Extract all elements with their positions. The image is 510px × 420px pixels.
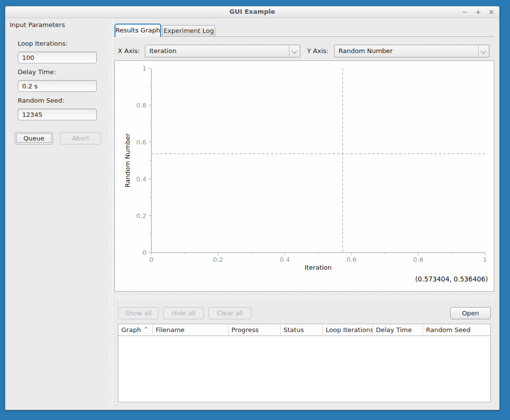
svg-text:0.6: 0.6 (136, 139, 146, 146)
y-axis-selected-value: Random Number (339, 47, 393, 55)
minimize-icon[interactable]: − (461, 7, 469, 16)
svg-text:0: 0 (149, 256, 153, 263)
x-axis-select[interactable]: Iteration (145, 45, 300, 57)
tab-pane-border (114, 36, 494, 37)
vertical-splitter[interactable] (109, 19, 114, 409)
chevron-down-icon (291, 48, 297, 54)
titlebar[interactable]: GUI Example − + × (5, 6, 499, 18)
delay-time-field[interactable] (18, 80, 97, 92)
clear-all-button[interactable]: Clear all (208, 307, 252, 319)
random-seed-field[interactable] (18, 109, 97, 120)
abort-button[interactable]: Abort (60, 132, 101, 144)
x-axis-selected-value: Iteration (149, 47, 176, 55)
svg-text:0.8: 0.8 (136, 102, 146, 109)
x-axis-label: X Axis: (118, 47, 140, 55)
x-axis-arrow-box (289, 45, 300, 57)
close-icon[interactable]: × (487, 7, 495, 16)
window-controls: − + × (461, 7, 495, 16)
svg-text:0.4: 0.4 (136, 175, 146, 183)
hide-all-button[interactable]: Hide all (163, 307, 204, 319)
random-seed-label: Random Seed: (18, 97, 64, 104)
panel-title: Input Parameters (10, 21, 65, 28)
delay-time-label: Delay Time: (18, 68, 56, 76)
chevron-down-icon (481, 48, 486, 54)
svg-text:0.2: 0.2 (136, 212, 146, 220)
y-axis-arrow-box (478, 45, 489, 57)
svg-text:1: 1 (142, 65, 146, 72)
svg-text:0.4: 0.4 (280, 256, 290, 263)
svg-text:0.8: 0.8 (413, 256, 424, 263)
svg-text:1: 1 (483, 256, 487, 263)
column-header-delay-time[interactable]: Delay Time (373, 324, 423, 336)
svg-text:0.2: 0.2 (213, 256, 223, 263)
open-button[interactable]: Open (450, 307, 491, 319)
svg-text:0.6: 0.6 (346, 256, 357, 263)
cursor-coordinates: (0.573404, 0.536406) (415, 275, 488, 283)
sort-ascending-icon: ^ (143, 324, 148, 336)
show-all-button[interactable]: Show all (118, 307, 159, 319)
svg-text:Random Number: Random Number (124, 133, 131, 188)
svg-text:Iteration: Iteration (305, 264, 332, 271)
app-window: GUI Example − + × Input Parameters Loop … (5, 6, 500, 410)
queue-button[interactable]: Queue (15, 132, 53, 144)
results-graph-panel: 00.20.40.60.8100.20.40.60.81IterationRan… (114, 60, 494, 292)
maximize-icon[interactable]: + (474, 7, 482, 16)
y-axis-label: Y Axis: (307, 47, 328, 55)
plot-canvas[interactable]: 00.20.40.60.8100.20.40.60.81IterationRan… (115, 61, 494, 291)
svg-text:0: 0 (142, 249, 146, 256)
desktop-background: GUI Example − + × Input Parameters Loop … (0, 0, 510, 420)
table-header-row: Graph^ Filename Progress Status Loop Ite… (118, 324, 490, 336)
column-header-random-seed[interactable]: Random Seed (423, 324, 490, 336)
tab-experiment-log[interactable]: Experiment Log (162, 25, 215, 36)
experiments-table: Graph^ Filename Progress Status Loop Ite… (118, 324, 491, 402)
horizontal-splitter[interactable] (114, 295, 494, 300)
window-title: GUI Example (5, 8, 499, 15)
column-header-status[interactable]: Status (281, 324, 323, 336)
loop-iterations-field[interactable] (18, 52, 97, 63)
column-header-filename[interactable]: Filename (153, 324, 228, 336)
column-header-progress[interactable]: Progress (228, 324, 281, 336)
column-header-loop-iterations[interactable]: Loop Iterations (323, 324, 373, 336)
tab-results-graph[interactable]: Results Graph (114, 24, 161, 37)
y-axis-select[interactable]: Random Number (334, 45, 489, 57)
loop-iterations-label: Loop Iterations: (18, 40, 68, 47)
column-header-graph[interactable]: Graph^ (118, 324, 153, 336)
